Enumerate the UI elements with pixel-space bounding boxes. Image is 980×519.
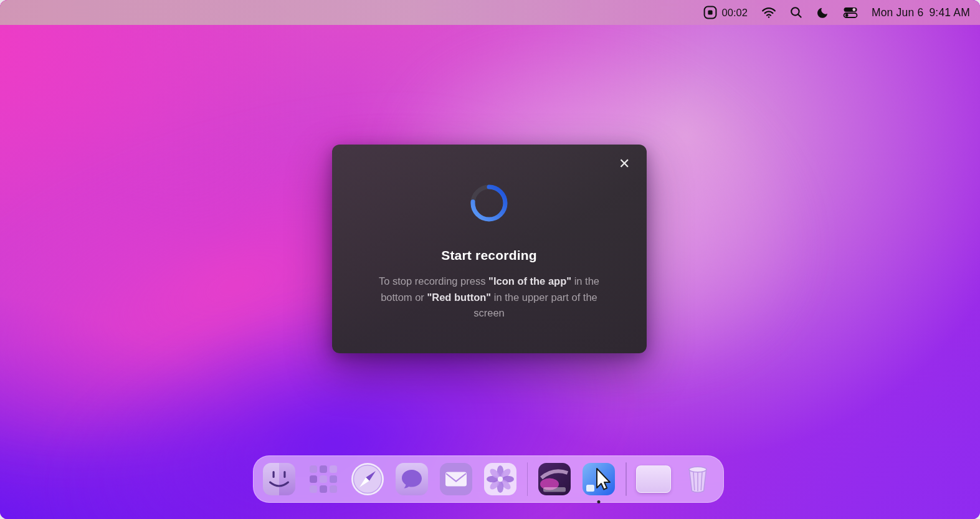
launchpad-icon[interactable] <box>305 462 340 497</box>
safari-icon[interactable] <box>350 462 384 497</box>
desktop-screen: 00:02 <box>0 0 980 519</box>
dock <box>252 455 723 503</box>
moon-icon <box>816 6 829 19</box>
photos-icon[interactable] <box>482 462 517 497</box>
active-app-indicator <box>597 500 600 503</box>
close-icon[interactable]: ✕ <box>619 157 630 171</box>
body-segment: in the upper part of the screen <box>473 292 597 319</box>
menu-bar: 00:02 <box>0 0 980 25</box>
wifi-icon <box>761 6 776 19</box>
menu-bar-time: 9:41 AM <box>929 6 970 19</box>
menu-bar-date: Mon Jun 6 <box>872 6 924 19</box>
dock-separator <box>526 462 528 496</box>
recording-timer: 00:02 <box>722 7 748 19</box>
menu-bar-clock[interactable]: Mon Jun 6 9:41 AM <box>872 6 970 19</box>
start-recording-dialog: ✕ Start recording To stop recording pres… <box>331 145 646 353</box>
dock-separator <box>626 462 627 496</box>
minimized-window-icon[interactable] <box>635 462 670 497</box>
body-segment: To stop recording press <box>379 275 488 287</box>
stop-recording-icon[interactable] <box>703 6 717 19</box>
body-segment-bold: "Icon of the app" <box>488 275 571 287</box>
search-icon <box>790 6 802 19</box>
wifi-menu[interactable] <box>761 6 776 19</box>
control-center-icon <box>843 6 858 19</box>
trash-icon[interactable] <box>680 462 715 497</box>
dialog-title: Start recording <box>331 248 646 263</box>
finder-icon[interactable] <box>261 462 296 497</box>
screen-recorder-icon[interactable] <box>581 462 616 497</box>
recording-status[interactable]: 00:02 <box>703 6 748 19</box>
focus-menu[interactable] <box>816 6 829 19</box>
mail-icon[interactable] <box>438 462 473 497</box>
loading-spinner <box>331 145 646 225</box>
dialog-body-text: To stop recording press "Icon of the app… <box>365 274 613 321</box>
media-thumbnail-icon[interactable] <box>537 462 572 497</box>
body-segment-bold: "Red button" <box>427 292 491 303</box>
spotlight-menu[interactable] <box>790 6 802 19</box>
control-center-menu[interactable] <box>843 6 858 19</box>
minimized-window-thumbnail <box>635 465 670 493</box>
messages-icon[interactable] <box>394 462 429 497</box>
